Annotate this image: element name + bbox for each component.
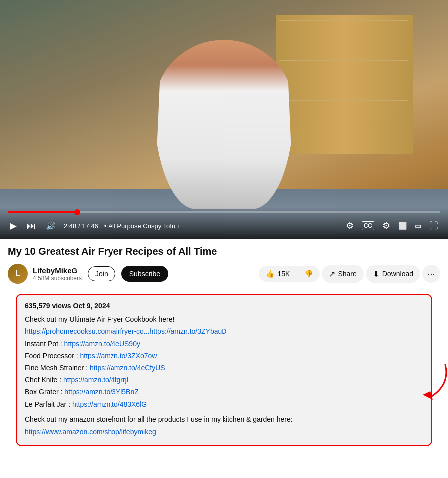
video-player[interactable]: 2:48 / 17:46 • All Purpose Crispy Tofu ›… [0,0,448,239]
volume-icon [46,221,56,231]
description-link-anchor-5[interactable]: https://amzn.to/3Yl5BnZ [64,388,138,396]
total-time: 17:46 [82,222,98,230]
progress-fill [8,211,77,213]
avatar-letter: L [15,269,20,278]
autoplay-icon: ⚙ [346,220,354,231]
subscribe-button[interactable]: Subscribe [121,266,168,282]
channel-actions-row: L LifebyMikeG 4.58M subscribers Join Sub… [8,264,440,284]
more-icon: ··· [427,269,435,279]
video-info: My 10 Greatest Air Fryer Recipes of All … [0,239,448,288]
chapter-title: All Purpose Crispy Tofu [108,222,175,230]
description-prefix-4: Chef Knife : [25,376,63,384]
thumb-up-icon: 👍 [266,270,274,278]
description-link-anchor-1[interactable]: https://amzn.to/4eUS90y [64,340,140,348]
share-label: Share [338,270,356,278]
description-prefix-3: Fine Mesh Strainer : [25,364,90,372]
description-wrapper: 635,579 views Oct 9, 2024 Check out my U… [8,294,440,446]
description-prefix-2: Food Processor : [25,352,80,359]
channel-name[interactable]: LifebyMikeG [33,266,82,275]
subscriber-count: 4.58M subscribers [33,275,82,282]
description-box: 635,579 views Oct 9, 2024 Check out my U… [16,294,432,446]
chapter-info[interactable]: • All Purpose Crispy Tofu › [104,222,180,230]
description-storefront-link: https://www.amazon.com/shop/lifebymikeg [25,426,423,437]
description-link-anchor-6[interactable]: https://amzn.to/483X6lG [72,400,147,408]
storefront-link-anchor[interactable]: https://www.amazon.com/shop/lifebymikeg [25,428,156,436]
cc-icon: CC [362,221,374,230]
settings-icon: ⚙ [382,220,390,231]
description-link-3: Fine Mesh Strainer : https://amzn.to/4eC… [25,362,423,373]
channel-avatar[interactable]: L [8,264,28,284]
fullscreen-button[interactable]: ⛶ [427,219,440,233]
play-button[interactable] [8,218,19,233]
video-title: My 10 Greatest Air Fryer Recipes of All … [8,245,440,258]
description-prefix-5: Box Grater : [25,388,64,396]
fullscreen-icon: ⛶ [429,221,438,231]
video-controls: 2:48 / 17:46 • All Purpose Crispy Tofu ›… [0,207,448,239]
download-button[interactable]: ⬇ Download [366,265,420,283]
miniplayer-icon: ⬜ [398,222,407,230]
chapter-arrow-icon: › [177,222,179,230]
description-link-1: Instant Pot : https://amzn.to/4eUS90y [25,338,423,349]
time-display: 2:48 / 17:46 [64,222,98,230]
channel-info: L LifebyMikeG 4.58M subscribers [8,264,82,284]
description-intro: Check out my Ultimate Air Fryer Cookbook… [25,314,423,325]
miniplayer-button[interactable]: ⬜ [396,220,409,232]
controls-right: ⚙ CC ⚙ ⬜ ▭ ⛶ [344,218,440,233]
description-link-anchor-4[interactable]: https://amzn.to/4fgrrjl [63,376,128,384]
theatre-button[interactable]: ▭ [413,220,423,232]
description-prefix-1: Instant Pot : [25,340,64,348]
download-label: Download [382,270,413,278]
like-count: 15K [277,270,290,278]
description-link-anchor-2[interactable]: https://amzn.to/3ZXo7ow [80,352,157,359]
share-icon: ↗ [329,269,335,279]
like-button[interactable]: 👍 15K [259,266,297,282]
autoplay-button[interactable]: ⚙ [344,218,356,233]
theatre-icon: ▭ [415,222,421,230]
skip-icon [27,221,36,231]
like-dislike-group: 👍 15K 👎 [259,266,320,282]
cc-button[interactable]: CC [360,219,376,232]
video-thumbnail [0,0,448,239]
description-stats: 635,579 views Oct 9, 2024 [25,302,423,310]
progress-dot [74,209,80,215]
dislike-button[interactable]: 👎 [297,266,320,282]
description-link-0: https://prohomecooksu.com/airfryer-co...… [25,326,423,337]
description-link-4: Chef Knife : https://amzn.to/4fgrrjl [25,374,423,385]
join-button[interactable]: Join [88,266,115,281]
description-link-5: Box Grater : https://amzn.to/3Yl5BnZ [25,386,423,397]
download-icon: ⬇ [373,269,379,279]
description-link-anchor-3[interactable]: https://amzn.to/4eCfyUS [90,364,165,372]
play-icon [10,220,17,231]
controls-row: 2:48 / 17:46 • All Purpose Crispy Tofu ›… [8,218,440,233]
description-link-2: Food Processor : https://amzn.to/3ZXo7ow [25,350,423,361]
actions-right: 👍 15K 👎 ↗ Share ⬇ Download ··· [259,265,440,283]
description-link-anchor-0[interactable]: https://prohomecooksu.com/airfryer-co...… [25,327,226,335]
more-button[interactable]: ··· [422,265,440,283]
settings-button[interactable]: ⚙ [380,218,392,233]
share-button[interactable]: ↗ Share [322,265,363,283]
channel-text: LifebyMikeG 4.58M subscribers [33,266,82,282]
description-text: Check out my Ultimate Air Fryer Cookbook… [25,314,423,437]
description-link-6: Le Parfait Jar : https://amzn.to/483X6lG [25,399,423,410]
current-time: 2:48 [64,222,76,230]
progress-bar[interactable] [8,211,440,213]
description-prefix-6: Le Parfait Jar : [25,400,72,408]
thumb-down-icon: 👎 [304,270,313,278]
volume-button[interactable] [44,219,58,233]
skip-button[interactable] [25,219,38,233]
description-storefront-text: Check out my amazon storefront for all t… [25,414,423,425]
chapter-dot: • [104,222,107,230]
